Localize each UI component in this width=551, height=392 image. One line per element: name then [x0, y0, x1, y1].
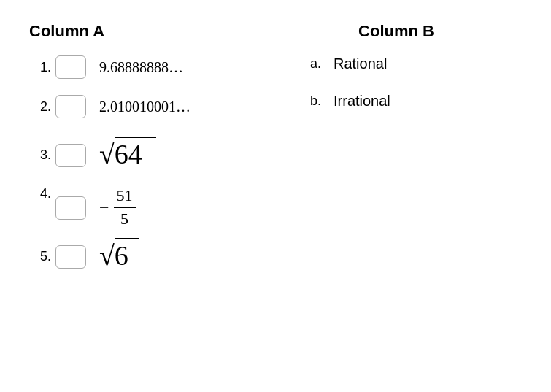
col-a-title: Column A — [29, 22, 104, 41]
answer-box-2[interactable] — [55, 95, 86, 118]
row-1: 1. 9.68888888… — [29, 55, 310, 79]
fraction-numerator: 51 — [114, 186, 136, 208]
b-row-1: a. Rational — [310, 55, 493, 72]
answer-box-1[interactable] — [55, 55, 86, 79]
b-letter-b: b. — [310, 93, 325, 109]
columns-header: Column A Column B — [29, 22, 522, 41]
fraction-denominator: 5 — [117, 208, 131, 228]
b-letter-a: a. — [310, 56, 325, 72]
row-4: 4. − 51 5 — [29, 183, 310, 228]
row-3: 3. √64 — [29, 134, 310, 176]
row-5: 5. √6 — [29, 236, 310, 277]
answer-box-3[interactable] — [55, 144, 86, 167]
minus-sign: − — [99, 198, 109, 218]
column-a: 1. 9.68888888… 2. 2.010010001… 3. √64 — [29, 55, 310, 293]
row-4-number: 4. — [29, 186, 51, 201]
content-area: 1. 9.68888888… 2. 2.010010001… 3. √64 — [29, 55, 522, 293]
row-2-number: 2. — [29, 99, 51, 115]
row-2: 2. 2.010010001… — [29, 95, 310, 118]
col-b-title: Column B — [358, 22, 434, 41]
row-1-number: 1. — [29, 60, 51, 75]
row-1-expr: 9.68888888… — [99, 59, 183, 76]
row-3-expr: √64 — [99, 134, 158, 176]
svg-text:√6: √6 — [99, 240, 128, 271]
fraction-51-5: 51 5 — [114, 186, 136, 228]
b-row-2: b. Irrational — [310, 93, 493, 109]
page: Column A Column B 1. 9.68888888… 2. 2.01… — [0, 0, 551, 315]
row-5-expr: √6 — [99, 236, 147, 277]
answer-box-4[interactable] — [55, 196, 86, 220]
row-5-number: 5. — [29, 249, 51, 264]
svg-text:√64: √64 — [99, 139, 142, 169]
row-3-number: 3. — [29, 147, 51, 163]
answer-box-5[interactable] — [55, 245, 86, 269]
column-b: a. Rational b. Irrational — [310, 55, 493, 293]
row-2-expr: 2.010010001… — [99, 99, 190, 115]
row-4-expr: − 51 5 — [99, 186, 136, 228]
b-label-irrational: Irrational — [334, 93, 390, 109]
b-label-rational: Rational — [334, 55, 387, 72]
